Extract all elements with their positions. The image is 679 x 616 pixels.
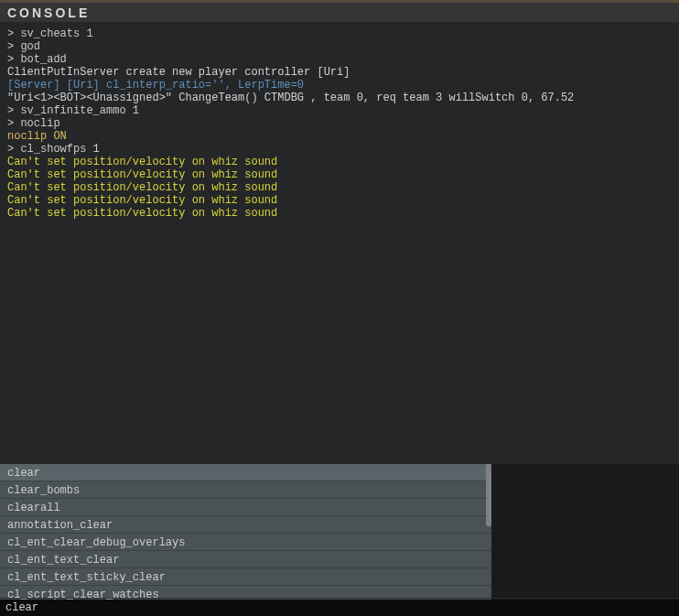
console-line: [Server] [Uri] cl_interp_ratio='', LerpT… [7,79,672,92]
console-title-text: CONSOLE [7,5,90,20]
console-line: > bot_add [7,53,672,66]
autocomplete-popup: clearclear_bombsclearallannotation_clear… [0,464,491,616]
console-line: "Uri<1><BOT><Unassigned>" ChangeTeam() C… [7,92,672,104]
autocomplete-item[interactable]: annotation_clear [0,516,491,534]
console-title-bar: CONSOLE [0,0,679,22]
console-line: Can't set position/velocity on whiz soun… [7,194,672,207]
console-line: > noclip [7,117,672,130]
autocomplete-item[interactable]: cl_ent_text_clear [0,551,491,568]
console-line: Can't set position/velocity on whiz soun… [7,207,672,220]
console-line: > god [7,40,672,53]
console-line: ClientPutInServer create new player cont… [7,66,672,79]
autocomplete-scrollbar[interactable] [486,464,491,526]
autocomplete-item[interactable]: clear_bombs [0,481,491,499]
console-line: > sv_infinite_ammo 1 [7,104,672,117]
autocomplete-item[interactable]: clear [0,464,491,481]
autocomplete-item[interactable]: clearall [0,499,491,516]
autocomplete-item[interactable]: cl_ent_clear_debug_overlays [0,534,491,551]
console-line: > cl_showfps 1 [7,143,672,156]
autocomplete-item[interactable]: cl_ent_text_sticky_clear [0,568,491,586]
console-line: Can't set position/velocity on whiz soun… [7,168,672,181]
console-output[interactable]: > sv_cheats 1> god> bot_addClientPutInSe… [0,22,679,464]
console-line: Can't set position/velocity on whiz soun… [7,181,672,194]
console-input-wrap [0,598,679,616]
console-input[interactable] [0,600,679,616]
console-line: Can't set position/velocity on whiz soun… [7,156,672,168]
console-line: > sv_cheats 1 [7,27,672,40]
console-line: noclip ON [7,130,672,143]
